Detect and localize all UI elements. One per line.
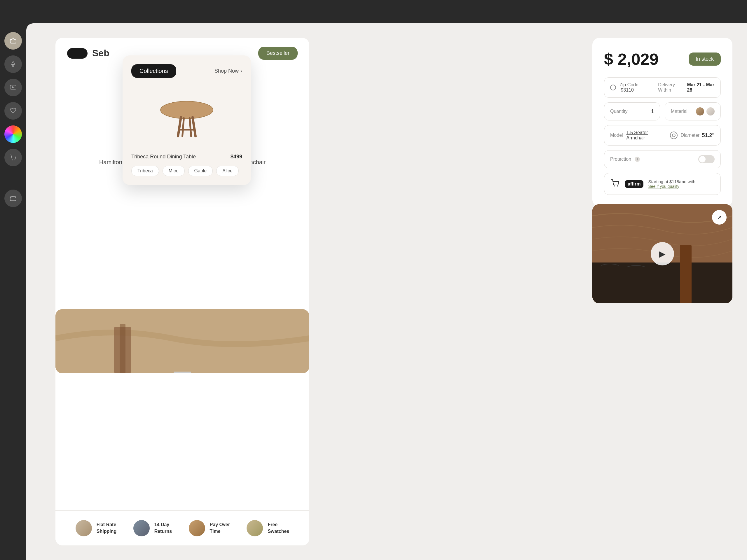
- in-stock-badge: In stock: [689, 53, 721, 65]
- video-expand-button[interactable]: ↗: [712, 210, 727, 224]
- affirm-text-block: Starting at $118/mo with See if you qual…: [648, 179, 695, 189]
- collections-product-price: $499: [231, 154, 242, 160]
- protection-info-icon[interactable]: i: [635, 157, 640, 162]
- collections-header: Collections Shop Now ›: [131, 64, 242, 78]
- shop-now-label: Shop Now: [214, 68, 239, 74]
- svg-line-30: [192, 117, 196, 136]
- collections-button[interactable]: Collections: [131, 64, 176, 78]
- svg-point-6: [15, 160, 16, 160]
- zip-label: Zip Code: 93110: [619, 82, 649, 93]
- svg-rect-40: [592, 263, 732, 303]
- product-name-row: Tribeca Round Dining Table $499: [131, 154, 242, 160]
- cart-icon: [610, 178, 620, 190]
- sidebar: [0, 23, 26, 207]
- quantity-label: Quantity: [610, 109, 634, 114]
- svg-line-32: [190, 118, 191, 136]
- svg-rect-45: [120, 324, 126, 373]
- sidebar-icon-lamp[interactable]: [4, 55, 22, 73]
- zip-icon: [610, 85, 616, 90]
- delivery-row: Zip Code: 93110 Delivery Within Mar 21 -…: [604, 77, 721, 98]
- collections-product-image: [131, 84, 242, 148]
- protection-row: Protection i: [604, 150, 721, 168]
- diameter-section: Diameter 51.2": [669, 131, 715, 140]
- svg-point-37: [617, 186, 618, 187]
- shop-now-arrow: ›: [240, 68, 242, 74]
- benefits-bar: Flat RateShipping 14 DayReturns Pay Over…: [55, 510, 309, 545]
- collections-card: Collections Shop Now › Tribeca Ro: [123, 55, 251, 185]
- svg-point-34: [670, 132, 677, 139]
- material-swatch: [696, 107, 715, 115]
- sidebar-icon-heart[interactable]: [4, 102, 22, 119]
- delivery-within-label: Delivery Within: [658, 82, 684, 93]
- swatch-circle-1[interactable]: [696, 107, 704, 115]
- diameter-value: 51.2": [702, 132, 715, 138]
- affirm-logo: affirm: [625, 180, 643, 188]
- price-display: $ 2,029: [604, 50, 659, 69]
- pay-thumb: [189, 520, 205, 536]
- affirm-qualify-link[interactable]: See if you qualify: [648, 184, 695, 189]
- swatch-circle-2[interactable]: [706, 107, 715, 115]
- scroll-indicator: [174, 372, 191, 373]
- bottom-panel: [55, 309, 309, 373]
- svg-line-31: [182, 118, 184, 136]
- protection-toggle-wrap: [698, 155, 715, 163]
- sidebar-icon-3d[interactable]: [4, 32, 22, 50]
- sidebar-icon-3d-2[interactable]: [4, 190, 22, 207]
- diameter-icon: [669, 131, 678, 140]
- benefit-swatches: FreeSwatches: [247, 520, 289, 536]
- pay-text: Pay OverTime: [210, 522, 230, 535]
- model-value[interactable]: 1.5 Seater Armchair: [626, 130, 666, 140]
- svg-rect-1: [12, 64, 14, 66]
- model-row: Model 1.5 Seater Armchair Diameter 51.2": [604, 125, 721, 145]
- shipping-text: Flat RateShipping: [97, 522, 117, 535]
- brand-name: Seb: [92, 48, 109, 59]
- quantity-field: Quantity 1: [604, 102, 660, 121]
- affirm-row: affirm Starting at $118/mo with See if y…: [604, 173, 721, 195]
- returns-thumb: [133, 520, 150, 536]
- video-panel: ↗ ▶: [592, 204, 732, 303]
- benefit-pay: Pay OverTime: [189, 520, 230, 536]
- swatches-thumb: [247, 520, 263, 536]
- quantity-material-row: Quantity 1 Material: [604, 102, 721, 121]
- svg-marker-4: [12, 86, 15, 88]
- protection-toggle-knob: [699, 156, 705, 162]
- swatches-text: FreeSwatches: [267, 522, 289, 535]
- benefit-returns: 14 DayReturns: [133, 520, 172, 536]
- brand-toggle: Seb: [67, 48, 109, 59]
- sidebar-icon-media[interactable]: [4, 79, 22, 96]
- affirm-starting-text: Starting at $118/mo with: [648, 179, 695, 184]
- tag-tribeca[interactable]: Tribeca: [131, 166, 159, 176]
- sidebar-icon-color[interactable]: [4, 126, 22, 143]
- brand-toggle-pill[interactable]: [67, 48, 87, 59]
- bestseller-badge[interactable]: Bestseller: [258, 47, 298, 60]
- delivery-dates: Mar 21 - Mar 28: [687, 82, 715, 93]
- returns-text: 14 DayReturns: [154, 522, 172, 535]
- diameter-label: Diameter: [681, 133, 700, 138]
- benefit-shipping: Flat RateShipping: [76, 520, 117, 536]
- svg-line-29: [178, 117, 181, 136]
- tag-alice[interactable]: Alice: [216, 166, 239, 176]
- sidebar-icon-cart[interactable]: [4, 149, 22, 166]
- tag-mico[interactable]: Mico: [162, 166, 185, 176]
- protection-toggle[interactable]: [698, 155, 715, 163]
- video-play-button[interactable]: ▶: [651, 242, 674, 265]
- product-tags: Tribeca Mico Gable Alice: [131, 166, 242, 176]
- svg-point-5: [12, 160, 13, 160]
- shop-now-link[interactable]: Shop Now ›: [214, 68, 242, 74]
- tag-gable[interactable]: Gable: [188, 166, 213, 176]
- svg-point-36: [614, 186, 615, 187]
- pricing-panel: $ 2,029 In stock Zip Code: 93110 Deliver…: [592, 38, 732, 207]
- price-header: $ 2,029 In stock: [604, 50, 721, 69]
- svg-point-35: [672, 134, 675, 137]
- bottom-panel-image: [55, 309, 309, 373]
- protection-label: Protection: [610, 157, 631, 162]
- shipping-thumb: [76, 520, 92, 536]
- content-area: Seb Bestseller: [26, 23, 747, 560]
- model-label: Model: [610, 133, 623, 138]
- quantity-value: 1: [651, 108, 654, 115]
- zip-value[interactable]: 93110: [621, 87, 634, 92]
- material-field: Material: [665, 102, 721, 121]
- material-label: Material: [671, 109, 694, 114]
- svg-rect-41: [680, 245, 692, 303]
- collections-product-name: Tribeca Round Dining Table: [131, 154, 196, 160]
